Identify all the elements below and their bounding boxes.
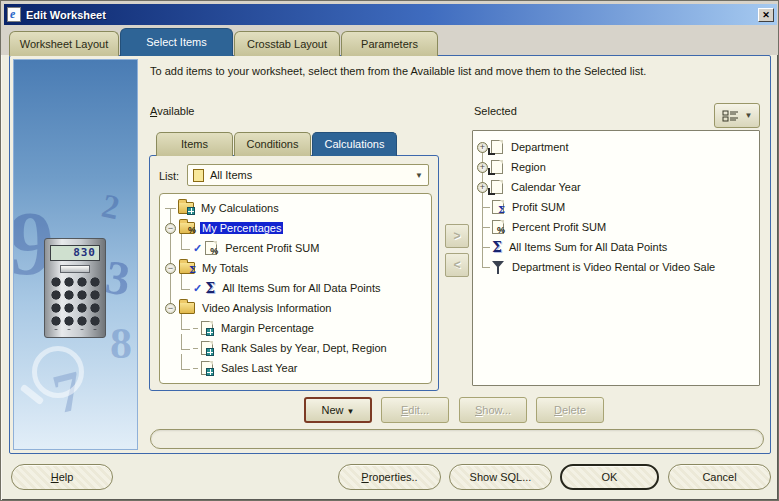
magnifier-image [32,346,84,398]
content-panel: 9 2 3 8 7 830 To add items to your works… [9,55,771,454]
tab-worksheet-layout[interactable]: Worksheet Layout [9,31,119,56]
ok-button[interactable]: OK [560,464,659,490]
tree-item-video-analysis-information[interactable]: Video Analysis Information [160,298,431,318]
percent-page-icon [205,241,217,255]
filter-funnel-icon [492,260,506,274]
tree-connector [165,208,176,209]
application-icon [7,7,21,22]
available-group-box: List: All Items ▼ My Calculations My Per… [149,155,439,391]
list-view-icon [722,109,740,123]
selected-tree-item-label: My Percentages [200,222,283,234]
show-sql-button[interactable]: Show SQL... [449,464,552,490]
title-bar[interactable]: Edit Worksheet ✕ [4,4,777,25]
sigma-icon [492,240,502,254]
selected-item-region[interactable]: Region [473,157,759,177]
instruction-text: To add items to your worksheet, select t… [150,65,758,77]
chevron-down-icon: ▼ [415,171,423,180]
selected-item-calendar-year[interactable]: Calendar Year [473,177,759,197]
selected-item-all-items-sum[interactable]: All Items Sum for All Data Points [473,237,759,257]
calculation-page-icon [201,361,213,375]
move-left-button[interactable]: < [445,253,469,277]
list-dropdown[interactable]: All Items ▼ [187,164,429,186]
folder-icon [179,302,195,314]
selected-item-department[interactable]: Department [473,137,759,157]
list-view-options-button[interactable]: ▼ [714,103,760,128]
available-label: Available [150,105,194,117]
list-dropdown-value: All Items [210,169,415,181]
tree-connector [482,267,490,268]
status-message-area [150,429,764,449]
tree-item-sales-last-year[interactable]: Sales Last Year [160,358,431,378]
help-button[interactable]: Help [11,464,113,490]
tree-connector [482,227,490,228]
properties-button[interactable]: Properties.. [338,464,441,490]
tree-connector [482,247,490,248]
edit-worksheet-dialog: Edit Worksheet ✕ Worksheet Layout Select… [0,0,779,501]
tree-connector [193,328,198,329]
selected-list[interactable]: Department Region Calendar Year Profit S… [472,130,760,386]
tree-connector [181,274,190,290]
expand-toggle-icon[interactable] [477,182,488,193]
subtab-conditions[interactable]: Conditions [234,132,311,156]
cancel-button[interactable]: Cancel [668,464,771,490]
subtab-items[interactable]: Items [156,132,233,156]
selected-label: Selected [474,105,517,117]
sigma-page-icon [492,200,504,214]
chevron-down-icon: ▼ [347,407,355,416]
collapse-toggle-icon[interactable] [165,263,176,274]
tree-item-rank-sales[interactable]: Rank Sales by Year, Dept, Region [160,338,431,358]
show-button[interactable]: Show... [459,397,527,423]
percentages-folder-icon [179,222,195,234]
subtab-calculations[interactable]: Calculations [312,132,397,156]
calculator-display: 830 [50,245,100,261]
percent-page-icon [492,220,504,234]
available-tree[interactable]: My Calculations My Percentages Percent P… [159,193,432,384]
tree-item-all-items-sum[interactable]: All Items Sum for All Data Points [160,278,431,298]
tree-item-percent-profit-sum[interactable]: Percent Profit SUM [160,238,431,258]
collapse-toggle-icon[interactable] [165,223,176,234]
calculations-folder-icon [178,202,194,214]
selected-item-percent-profit-sum[interactable]: Percent Profit SUM [473,217,759,237]
tree-connector [482,207,490,208]
collapse-toggle-icon[interactable] [165,303,176,314]
new-button[interactable]: New ▼ [304,397,372,423]
move-right-button[interactable]: > [445,224,469,248]
expand-toggle-icon[interactable] [477,142,488,153]
expand-toggle-icon[interactable] [477,162,488,173]
tree-connector [181,334,190,350]
tree-connector [181,354,190,370]
calculator-keys [50,276,100,330]
calculation-page-icon [201,321,213,335]
tree-item-margin-percentage[interactable]: Margin Percentage [160,318,431,338]
selected-item-profit-sum[interactable]: Profit SUM [473,197,759,217]
tab-parameters[interactable]: Parameters [341,31,438,56]
item-page-icon [491,180,503,194]
calculator-solar-cell [60,265,90,273]
close-icon[interactable]: ✕ [758,8,774,22]
tree-connector [193,368,198,369]
decorative-number: 2 [98,187,123,228]
tab-select-items[interactable]: Select Items [120,28,233,56]
window-title: Edit Worksheet [26,9,758,21]
decorative-number: 3 [102,249,133,307]
item-page-icon [491,160,503,174]
calculator-artwork: 9 2 3 8 7 830 [13,59,138,450]
tree-item-my-percentages[interactable]: My Percentages [160,218,431,238]
checkmark-icon [193,242,202,255]
tree-item-my-calculations[interactable]: My Calculations [160,198,431,218]
totals-folder-icon [179,262,195,274]
calculator-image: 830 [44,238,106,338]
edit-button[interactable]: Edit... [381,397,449,423]
delete-button[interactable]: Delete [536,397,604,423]
selected-item-department-condition[interactable]: Department is Video Rental or Video Sale [473,257,759,277]
decorative-number: 8 [110,318,132,369]
tree-connector [181,234,190,250]
chevron-down-icon: ▼ [745,111,753,120]
calculation-page-icon [201,341,213,355]
item-page-icon [491,140,503,154]
tree-item-my-totals[interactable]: My Totals [160,258,431,278]
sigma-icon [205,281,215,295]
list-label: List: [159,170,179,182]
tab-crosstab-layout[interactable]: Crosstab Layout [234,31,340,56]
tree-connector [181,314,190,330]
